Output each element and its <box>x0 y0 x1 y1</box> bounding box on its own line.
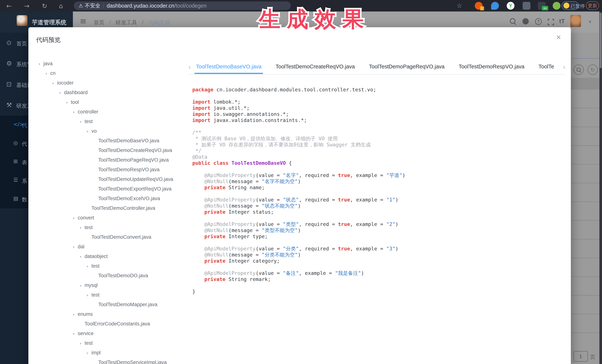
caret-down-icon[interactable]: ▾ <box>73 107 78 117</box>
collapse-menu-icon[interactable]: ≡ <box>80 16 86 26</box>
tree-node-ToolTestDemoConvert.java[interactable]: ToolTestDemoConvert.java <box>28 232 192 242</box>
tab-ToolTestDemoBaseVO.java[interactable]: ToolTestDemoBaseVO.java <box>196 61 261 74</box>
tree-node-service[interactable]: ▾service <box>28 329 192 338</box>
sidebar-sub-item-database[interactable]: ▤数 <box>0 190 28 208</box>
caret-down-icon[interactable]: ▾ <box>80 117 85 127</box>
caret-down-icon[interactable]: ▾ <box>86 262 91 271</box>
caret-down-icon[interactable]: ▾ <box>66 98 71 107</box>
extension-icon-pin[interactable] <box>491 2 499 10</box>
tree-node-ToolTestDemoUpdateReqVO.java[interactable]: ToolTestDemoUpdateReqVO.java <box>28 174 192 184</box>
kebab-menu-icon[interactable]: ⋮ <box>599 3 602 9</box>
caret-down-icon[interactable]: ▾ <box>80 252 85 262</box>
tree-node-dataobject[interactable]: ▾dataobject <box>28 251 192 261</box>
tree-node-convert[interactable]: ▾convert <box>28 213 192 223</box>
tree-node-dashboard[interactable]: ▾dashboard <box>28 88 192 97</box>
table-refresh-button[interactable]: ↻ <box>588 64 598 75</box>
tree-node-test[interactable]: ▾test <box>28 223 192 232</box>
page-scrollbar[interactable] <box>599 11 602 364</box>
sidebar-sub-item-codegen[interactable]: </>代 <box>0 116 28 134</box>
home-icon[interactable]: ⌂ <box>59 2 63 10</box>
caret-down-icon[interactable]: ▾ <box>73 242 78 252</box>
help-icon[interactable]: ? <box>535 18 542 25</box>
tree-node-ToolTestDemoExportReqVO.java[interactable]: ToolTestDemoExportReqVO.java <box>28 184 192 194</box>
tree-node-ToolTestDemoDO.java[interactable]: ToolTestDemoDO.java <box>28 271 192 281</box>
dashboard-icon: ⊙ <box>6 39 12 46</box>
tab-ToolTestDemoCreateReqVO.java[interactable]: ToolTestDemoCreateReqVO.java <box>276 61 355 74</box>
fullscreen-icon[interactable] <box>548 19 554 26</box>
caret-down-icon[interactable]: ▾ <box>52 79 57 88</box>
breadcrumb-devtools[interactable]: 研发工具 <box>116 20 137 25</box>
caret-down-icon[interactable]: ▾ <box>80 339 85 348</box>
back-icon[interactable]: ← <box>6 2 12 10</box>
tree-node-iocoder[interactable]: ▾iocoder <box>28 78 192 88</box>
tree-node-ToolTestDemoServiceImpl.java[interactable]: ToolTestDemoServiceImpl.java <box>28 357 192 364</box>
code-line: import lombok.*; <box>192 99 563 105</box>
bookmark-star-icon[interactable]: ☆ <box>457 2 462 9</box>
sidebar-item-devtools[interactable]: ⚒研发工 <box>0 95 28 116</box>
tree-node-cn[interactable]: ▾cn <box>28 68 192 78</box>
tree-node-ToolTestDemoController.java[interactable]: ToolTestDemoController.java <box>28 203 192 213</box>
tab-ToolTestDemoPageReqVO.java[interactable]: ToolTestDemoPageReqVO.java <box>369 61 445 74</box>
caret-down-icon[interactable]: ▾ <box>39 59 43 69</box>
devtools-icon: ⚒ <box>6 101 12 109</box>
tabs-scroll-left-icon[interactable]: ‹ <box>189 63 191 71</box>
caret-down-icon[interactable]: ▾ <box>86 291 91 300</box>
tree-node-dal[interactable]: ▾dal <box>28 242 192 251</box>
menu-item-label: 系 <box>22 177 27 185</box>
font-size-icon[interactable]: tT <box>559 18 565 25</box>
reload-icon[interactable]: ↻ <box>42 2 47 10</box>
sidebar-sub-item-api[interactable]: ☰系 <box>0 171 28 190</box>
tree-node-test[interactable]: ▾test <box>28 338 192 348</box>
breadcrumb-home[interactable]: 首页 <box>94 20 104 25</box>
tree-node-java[interactable]: ▾java <box>28 59 192 68</box>
extension-icon-green-y[interactable]: Y <box>507 2 515 10</box>
pagination-input[interactable]: 1 <box>573 351 588 362</box>
tree-node-tool[interactable]: ▾tool <box>28 97 192 107</box>
sidebar-item-dashboard[interactable]: ⊙首页 <box>0 33 28 53</box>
tree-node-impl[interactable]: ▾impl <box>28 348 192 357</box>
extension-icon-grid[interactable] <box>523 2 530 10</box>
chevron-down-icon[interactable]: ▾ <box>589 19 591 24</box>
update-button[interactable]: 更新 <box>586 1 599 10</box>
tree-node-ToolErrorCodeConstants.java[interactable]: ToolErrorCodeConstants.java <box>28 319 192 329</box>
sidebar-sub-item-form[interactable]: ⊞表 <box>0 153 28 171</box>
not-secure-label[interactable]: 不安全 <box>85 2 100 9</box>
caret-down-icon[interactable]: ▾ <box>80 281 85 291</box>
tree-node-ToolTestDemoMapper.java[interactable]: ToolTestDemoMapper.java <box>28 300 192 309</box>
caret-down-icon[interactable]: ▾ <box>59 88 64 98</box>
address-bar[interactable]: ⚠ 不安全 dashboard.yudao.iocoder.cn /tool/c… <box>74 1 291 10</box>
tree-node-test[interactable]: ▾test <box>28 117 192 126</box>
sidebar-item-system[interactable]: ⚙系统管 <box>0 53 28 74</box>
forward-icon[interactable]: → <box>24 2 30 10</box>
tree-node-vo[interactable]: ▾vo <box>28 126 192 136</box>
search-icon[interactable] <box>510 18 516 24</box>
tree-node-mysql[interactable]: ▾mysql <box>28 281 192 290</box>
tree-node-enums[interactable]: ▾enums <box>28 309 192 319</box>
tab-ToolTestDemoRespVO.java[interactable]: ToolTestDemoRespVO.java <box>459 61 525 74</box>
caret-down-icon[interactable]: ▾ <box>86 127 91 136</box>
caret-down-icon[interactable]: ▾ <box>73 310 78 320</box>
caret-down-icon[interactable]: ▾ <box>86 348 91 358</box>
sidebar-item-infra[interactable]: ⊡基础设 <box>0 74 28 95</box>
tree-node-ToolTestDemoPageReqVO.java[interactable]: ToolTestDemoPageReqVO.java <box>28 155 192 165</box>
caret-down-icon[interactable]: ▾ <box>80 223 85 233</box>
table-search-button[interactable] <box>573 64 584 75</box>
tree-node-test[interactable]: ▾test <box>28 261 192 271</box>
extension-icon-leaf[interactable] <box>553 2 560 10</box>
tree-node-controller[interactable]: ▾controller <box>28 107 192 117</box>
tree-node-ToolTestDemoCreateReqVO.java[interactable]: ToolTestDemoCreateReqVO.java <box>28 146 192 155</box>
scrollbar-thumb[interactable] <box>600 13 602 68</box>
caret-down-icon[interactable]: ▾ <box>73 329 78 339</box>
tabs-scroll-right-icon[interactable]: › <box>563 63 565 71</box>
tree-node-test[interactable]: ▾test <box>28 290 192 300</box>
tree-node-ToolTestDemoExcelVO.java[interactable]: ToolTestDemoExcelVO.java <box>28 194 192 203</box>
sidebar-sub-item-codereview[interactable]: ◎代 <box>0 134 28 153</box>
caret-down-icon[interactable]: ▾ <box>45 69 50 79</box>
close-icon[interactable]: × <box>556 33 561 41</box>
caret-down-icon[interactable]: ▾ <box>73 214 78 223</box>
tree-node-ToolTestDemoRespVO.java[interactable]: ToolTestDemoRespVO.java <box>28 165 192 174</box>
tree-node-ToolTestDemoBaseVO.java[interactable]: ToolTestDemoBaseVO.java <box>28 136 192 146</box>
user-avatar[interactable] <box>570 15 581 27</box>
tab-ToolTe[interactable]: ToolTe <box>538 61 554 74</box>
github-icon[interactable] <box>522 18 529 25</box>
